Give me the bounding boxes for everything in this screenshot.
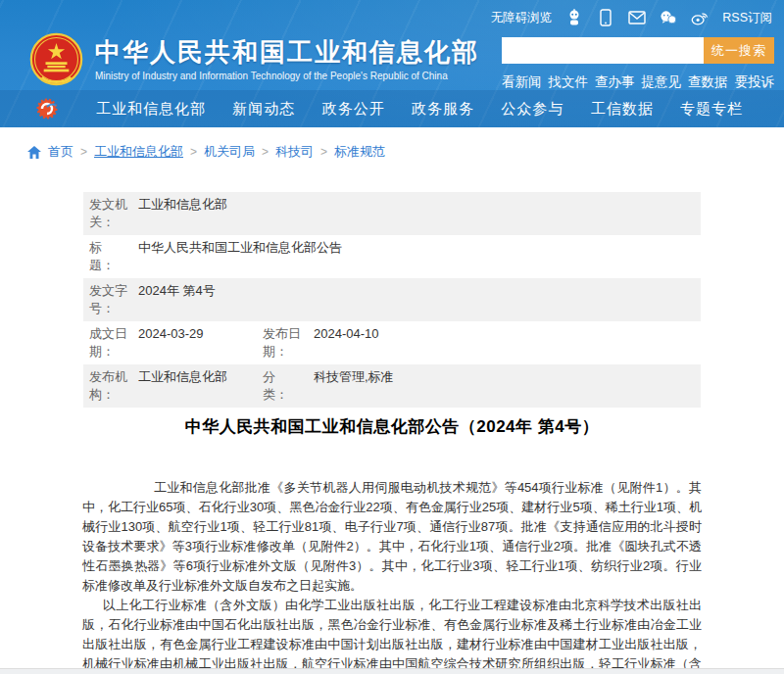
wechat-icon[interactable]	[660, 9, 677, 26]
table-row: 成文日期： 2024-03-29 发布日期： 2024-04-10	[83, 321, 701, 364]
site-header: 无障碍浏览 RSS订阅	[0, 0, 784, 127]
quick-link-files[interactable]: 找文件	[549, 73, 589, 91]
meta-label-publisher: 发布机构：	[89, 368, 128, 404]
quick-link-news[interactable]: 看新闻	[502, 73, 542, 91]
table-row: 标 题： 中华人民共和国工业和信息化部公告	[83, 235, 701, 278]
search-button[interactable]: 统一搜索	[704, 37, 774, 64]
breadcrumb-separator: >	[80, 145, 87, 159]
accessibility-link[interactable]: 无障碍浏览	[491, 10, 553, 26]
home-icon[interactable]	[27, 146, 41, 159]
miit-swirl-icon	[35, 97, 59, 120]
breadcrumb-home[interactable]: 首页	[48, 143, 74, 161]
page: 无障碍浏览 RSS订阅	[0, 0, 784, 674]
brand-text: 中华人民共和国工业和信息化部 Ministry of Industry and …	[95, 37, 479, 81]
nav-item-news[interactable]: 新闻动态	[232, 100, 295, 119]
meta-value-publish-date: 2024-04-10	[314, 325, 701, 361]
search-area: 统一搜索 看新闻 找文件 查办事 提意见 查数据 要投诉	[502, 37, 774, 91]
meta-value-category: 科技管理,标准	[314, 368, 701, 404]
nav-item-gov-open[interactable]: 政务公开	[322, 100, 385, 119]
document-title: 中华人民共和国工业和信息化部公告（2024年 第4号）	[83, 415, 701, 438]
table-row: 发文机关： 工业和信息化部	[83, 192, 701, 235]
quick-links: 看新闻 找文件 查办事 提意见 查数据 要投诉	[502, 73, 774, 91]
meta-value-written-date: 2024-03-29	[138, 325, 261, 361]
body-paragraph: 以上化工行业标准（含外文版）由化学工业出版社出版，化工行业工程建设标准由北京科学…	[82, 596, 702, 674]
national-emblem-icon	[29, 32, 83, 86]
meta-label-publish-date: 发布日期：	[263, 325, 304, 361]
mascot-icon[interactable]	[565, 9, 583, 26]
breadcrumb-item-sci-tech[interactable]: 科技司	[275, 143, 314, 161]
phone-icon[interactable]	[597, 9, 614, 26]
quick-link-data[interactable]: 查数据	[688, 73, 728, 91]
breadcrumb-item-miit[interactable]: 工业和信息化部	[94, 143, 183, 161]
quick-link-feedback[interactable]: 提意见	[642, 73, 682, 91]
nav-item-miit[interactable]: 工业和信息化部	[96, 100, 206, 119]
meta-label-category: 分 类：	[263, 368, 304, 404]
meta-value-publisher: 工业和信息化部	[138, 368, 261, 404]
table-row: 发文字号： 2024年 第4号	[83, 278, 701, 321]
table-row: 发布机构： 工业和信息化部 分 类： 科技管理,标准	[83, 364, 701, 408]
body-paragraph: 工业和信息化部批准《多关节机器人用伺服电动机技术规范》等454项行业标准（见附件…	[82, 478, 702, 596]
breadcrumb-separator: >	[320, 145, 327, 159]
nav-item-data[interactable]: 工信数据	[591, 100, 654, 119]
quick-link-services[interactable]: 查办事	[595, 73, 635, 91]
utility-bar: 无障碍浏览 RSS订阅	[491, 9, 772, 26]
mail-icon[interactable]	[628, 9, 646, 26]
nav-item-gov-service[interactable]: 政务服务	[412, 100, 474, 119]
site-subtitle: Ministry of Industry and Information Tec…	[95, 71, 479, 81]
site-title: 中华人民共和国工业和信息化部	[95, 37, 479, 67]
search-input[interactable]	[502, 37, 704, 64]
document-meta-table: 发文机关： 工业和信息化部 标 题： 中华人民共和国工业和信息化部公告 发文字号…	[83, 192, 701, 408]
main-nav: 工业和信息化部 新闻动态 政务公开 政务服务 公众参与 工信数据 专题专栏	[0, 90, 784, 127]
meta-label-title: 标 题：	[89, 239, 128, 274]
rss-link[interactable]: RSS订阅	[722, 10, 772, 26]
document-body: 工业和信息化部批准《多关节机器人用伺服电动机技术规范》等454项行业标准（见附件…	[82, 478, 702, 674]
meta-value-title: 中华人民共和国工业和信息化部公告	[138, 239, 701, 274]
nav-item-topics[interactable]: 专题专栏	[680, 100, 743, 119]
meta-label-written-date: 成文日期：	[89, 325, 128, 361]
meta-label-issuing-authority: 发文机关：	[89, 196, 128, 231]
footer-strip	[0, 668, 784, 674]
breadcrumb-item-departments[interactable]: 机关司局	[204, 143, 255, 161]
breadcrumb: 首页 > 工业和信息化部 > 机关司局 > 科技司 > 标准规范	[27, 143, 385, 161]
breadcrumb-separator: >	[190, 145, 197, 159]
meta-value-issuing-authority: 工业和信息化部	[138, 196, 701, 231]
site-logo[interactable]: 中华人民共和国工业和信息化部 Ministry of Industry and …	[29, 32, 479, 86]
breadcrumb-separator: >	[262, 145, 269, 159]
weibo-icon[interactable]	[691, 9, 709, 26]
meta-label-doc-number: 发文字号：	[89, 282, 128, 317]
nav-items: 工业和信息化部 新闻动态 政务公开 政务服务 公众参与 工信数据 专题专栏	[96, 100, 743, 119]
nav-item-participation[interactable]: 公众参与	[501, 100, 564, 119]
meta-value-doc-number: 2024年 第4号	[138, 282, 701, 317]
breadcrumb-item-standards[interactable]: 标准规范	[334, 143, 385, 161]
quick-link-complaint[interactable]: 要投诉	[735, 73, 775, 91]
